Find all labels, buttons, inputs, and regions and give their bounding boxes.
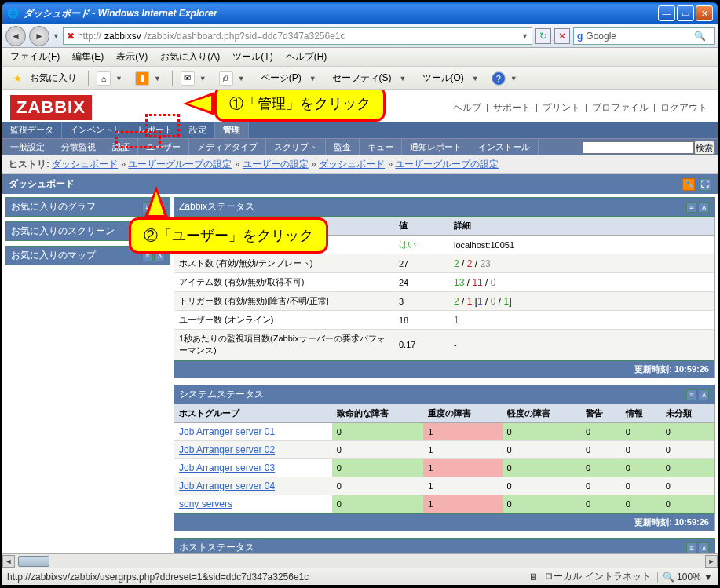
menu-favorites[interactable]: お気に入り(A): [157, 49, 223, 65]
annotation-1-text: ①「管理」をクリック: [214, 90, 386, 122]
history-link[interactable]: ユーザーの設定: [243, 159, 309, 170]
zoom-control[interactable]: 🔍 100% ▼: [657, 572, 713, 583]
minimize-button[interactable]: —: [658, 5, 675, 21]
panel-collapse-icon[interactable]: ʌ: [698, 389, 709, 400]
panel-menu-icon[interactable]: ≡: [686, 202, 697, 213]
zabbix-search: 検索: [579, 139, 718, 155]
table-cell: 0: [621, 495, 661, 513]
panel-menu-icon[interactable]: ≡: [686, 389, 697, 400]
table-cell: 1: [423, 423, 502, 441]
window-titlebar: 🌐 ダッシュボード - Windows Internet Explorer — …: [2, 2, 718, 24]
zabbix-search-button[interactable]: 検索: [694, 141, 715, 155]
table-cell: 1: [449, 311, 714, 330]
sub-nav-tab[interactable]: インストール: [470, 139, 539, 155]
config-icon[interactable]: 🔧: [682, 178, 695, 191]
hostgroup-link[interactable]: Job Arranger server 02: [179, 444, 275, 455]
main-nav-tab[interactable]: 監視データ: [2, 122, 62, 138]
stop-button[interactable]: ✕: [554, 28, 570, 44]
hostgroup-link[interactable]: sony servers: [179, 499, 232, 509]
zabbix-header-links: ヘルプ | サポート | プリント | プロファイル | ログアウト: [451, 101, 710, 115]
panel-menu-icon[interactable]: ≡: [686, 542, 697, 553]
maximize-button[interactable]: ▭: [677, 5, 694, 21]
annotation-2-text: ②「ユーザー」をクリック: [129, 217, 328, 254]
table-header: 重度の障害: [423, 404, 502, 423]
browser-statusbar: http://zabbixsv/zabbix/usergrps.php?ddre…: [2, 568, 718, 585]
table-cell: 0: [332, 477, 424, 495]
table-cell: Job Arranger server 03: [174, 459, 332, 477]
sub-nav-tab[interactable]: メディアタイプ: [189, 139, 266, 155]
menu-file[interactable]: ファイル(F): [7, 49, 63, 65]
panel-collapse-icon[interactable]: ʌ: [698, 542, 709, 553]
sub-nav-tab[interactable]: 分散監視: [53, 139, 104, 155]
print-button[interactable]: ⎙▼: [216, 70, 251, 87]
sub-nav-tab[interactable]: 監査: [326, 139, 360, 155]
safety-menu[interactable]: セーフティ(S)▼: [326, 68, 413, 88]
browser-search[interactable]: g Google 🔍: [573, 27, 715, 45]
sub-nav-tab[interactable]: キュー: [360, 139, 402, 155]
history-link[interactable]: ユーザーグループの設定: [395, 159, 499, 170]
hostgroup-link[interactable]: Job Arranger server 01: [179, 426, 275, 437]
table-cell: 24: [394, 273, 449, 292]
menu-tools[interactable]: ツール(T): [229, 49, 276, 65]
browser-menubar: ファイル(F) 編集(E) 表示(V) お気に入り(A) ツール(T) ヘルプ(…: [2, 48, 718, 67]
sub-nav-tab[interactable]: 通知レポート: [402, 139, 470, 155]
fullscreen-icon[interactable]: ⛶: [699, 178, 711, 191]
forward-button[interactable]: ►: [29, 26, 49, 46]
link-logout[interactable]: ログアウト: [658, 102, 710, 113]
system-status-title: システムステータス: [179, 388, 264, 401]
table-cell: 27: [394, 254, 449, 273]
horizontal-scrollbar[interactable]: ◄►: [2, 553, 718, 568]
panel-collapse-icon[interactable]: ʌ: [698, 202, 709, 213]
history-link[interactable]: ダッシュボード: [52, 159, 118, 170]
table-cell: 0: [621, 459, 661, 477]
hostgroup-link[interactable]: Job Arranger server 04: [179, 480, 275, 491]
menu-edit[interactable]: 編集(E): [69, 49, 107, 65]
menu-help[interactable]: ヘルプ(H): [283, 49, 331, 65]
table-cell: 0: [661, 477, 714, 495]
menu-view[interactable]: 表示(V): [113, 49, 151, 65]
history-breadcrumb: ヒストリ: ダッシュボード » ユーザーグループの設定 » ユーザーの設定 » …: [2, 155, 718, 174]
address-bar[interactable]: ✖ http://zabbixsv/zabbix/dashboard.php?s…: [63, 27, 532, 45]
readmail-button[interactable]: ✉▼: [177, 70, 213, 87]
link-help[interactable]: ヘルプ: [451, 102, 484, 113]
history-link[interactable]: ダッシュボード: [319, 159, 385, 170]
link-support[interactable]: サポート: [491, 102, 533, 113]
main-nav-tab[interactable]: 設定: [181, 122, 215, 138]
link-profile[interactable]: プロファイル: [590, 102, 651, 113]
url-dropdown-icon[interactable]: ▼: [521, 32, 528, 40]
table-cell: 1: [423, 459, 502, 477]
favorites-button[interactable]: ★お気に入り: [7, 68, 83, 88]
history-label: ヒストリ:: [9, 159, 49, 170]
sub-nav-tab[interactable]: スクリプト: [266, 139, 326, 155]
hostgroup-link[interactable]: Job Arranger server 03: [179, 462, 275, 473]
feeds-button[interactable]: ▮▼: [132, 70, 167, 87]
table-cell: 0: [503, 423, 581, 441]
table-cell: ユーザー数 (オンライン): [174, 311, 394, 330]
table-cell: 0: [503, 459, 581, 477]
browser-navbar: ◄ ► ▼ ✖ http://zabbixsv/zabbix/dashboard…: [2, 24, 718, 48]
link-print[interactable]: プリント: [540, 102, 583, 113]
nav-history-dropdown[interactable]: ▼: [53, 32, 60, 40]
history-link[interactable]: ユーザーグループの設定: [128, 159, 232, 170]
page-menu[interactable]: ページ(P)▼: [254, 68, 323, 88]
table-cell: アイテム数 (有効/無効/取得不可): [174, 273, 394, 292]
stop-icon: ✖: [67, 31, 75, 42]
close-button[interactable]: ✕: [696, 5, 713, 21]
table-cell: 0: [581, 477, 621, 495]
table-cell: 0: [661, 495, 714, 513]
system-status-panel-header: システムステータス ≡ʌ: [174, 385, 715, 404]
zabbix-search-input[interactable]: [583, 141, 694, 154]
search-icon[interactable]: 🔍: [694, 31, 706, 42]
help-button[interactable]: ?▼: [488, 70, 524, 87]
back-button[interactable]: ◄: [5, 26, 26, 46]
main-nav-tab[interactable]: 管理: [215, 122, 249, 138]
table-cell: 0: [332, 441, 424, 459]
table-cell: 0: [661, 459, 714, 477]
table-header: 致命的な障害: [332, 404, 424, 423]
home-button[interactable]: ⌂▼: [93, 70, 129, 87]
sub-nav-tab[interactable]: 一般設定: [2, 139, 53, 155]
tools-menu[interactable]: ツール(O)▼: [416, 68, 485, 88]
refresh-button[interactable]: ↻: [535, 28, 551, 44]
url-path: /zabbix/dashboard.php?sid=ddc7d347a3256e…: [144, 31, 345, 42]
table-header: 警告: [581, 404, 621, 423]
